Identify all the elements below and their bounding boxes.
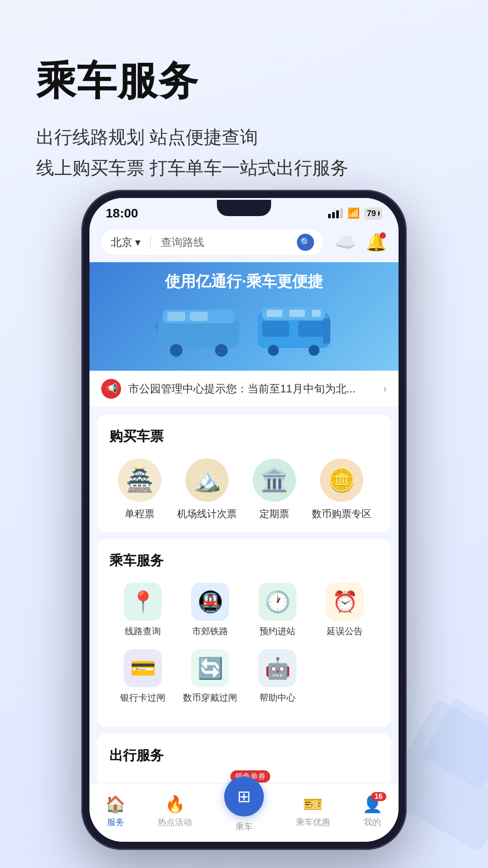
svg-rect-3 <box>190 312 208 321</box>
svg-rect-11 <box>312 310 321 317</box>
buy-tickets-grid: 🏯 单程票 🏔️ 机场线计次票 🏛️ 定期票 🪙 数币购票专区 <box>109 458 379 521</box>
svg-marker-6 <box>154 323 158 332</box>
phone-screen: 18:00 📶 79 北京 ▾ <box>89 198 399 842</box>
ride-service-section: 乘车服务 📍 线路查询 🚇 市郊铁路 🕐 预约进站 <box>97 539 391 726</box>
ticket-single-label: 单程票 <box>125 507 155 521</box>
nav-activity-icon: 🔥 <box>165 795 185 814</box>
signal-icon <box>328 208 343 218</box>
phone-notch <box>217 200 271 216</box>
nav-discount-icon: 🎫 <box>303 795 323 814</box>
svg-rect-9 <box>267 310 282 317</box>
buy-tickets-title: 购买车票 <box>109 427 379 446</box>
header-icons: ☁️ 🔔 <box>333 231 388 254</box>
nav-activity[interactable]: 🔥 热点活动 <box>158 795 192 828</box>
route-icon: 📍 <box>124 583 162 621</box>
dropdown-icon: ▾ <box>135 236 141 249</box>
svg-point-4 <box>170 344 183 357</box>
ticket-digital-label: 数币购票专区 <box>312 507 371 521</box>
notice-text: 市公园管理中心提示您：当前至11月中旬为北... <box>128 382 376 396</box>
search-bar: 北京 ▾ 查询路线 🔍 ☁️ 🔔 <box>89 225 399 262</box>
nav-mine-badge: 16 <box>371 792 386 801</box>
wifi-icon: 📶 <box>347 208 360 219</box>
phone-shell: 18:00 📶 79 北京 ▾ <box>81 190 407 850</box>
divider <box>150 236 151 249</box>
service-suburban[interactable]: 🚇 市郊铁路 <box>181 583 240 637</box>
service-row-1: 📍 线路查询 🚇 市郊铁路 🕐 预约进站 ⏰ 延误公告 <box>109 583 379 637</box>
nav-service-label: 服务 <box>107 816 124 828</box>
buy-tickets-section: 购买车票 🏯 单程票 🏔️ 机场线计次票 🏛️ 定期票 <box>97 415 391 532</box>
ride-service-title: 乘车服务 <box>109 552 379 570</box>
banner[interactable]: 使用亿通行·乘车更便捷 <box>89 262 399 371</box>
delay-icon: ⏰ <box>326 583 364 621</box>
svg-point-14 <box>268 345 279 356</box>
battery-icon: 79 <box>364 208 382 220</box>
service-help[interactable]: 🤖 帮助中心 <box>248 649 307 704</box>
digital-wear-icon: 🔄 <box>191 649 229 687</box>
ticket-digital-icon: 🪙 <box>320 458 363 502</box>
ticket-airport[interactable]: 🏔️ 机场线计次票 <box>177 458 237 521</box>
ticket-single-icon: 🏯 <box>118 458 161 502</box>
bank-card-icon: 💳 <box>124 649 162 687</box>
status-time: 18:00 <box>106 206 138 221</box>
service-digital-wear[interactable]: 🔄 数币穿戴过闸 <box>181 649 240 704</box>
ticket-periodic-icon: 🏛️ <box>253 458 296 502</box>
bullet-train-icon <box>154 298 244 357</box>
banner-text: 使用亿通行·乘车更便捷 <box>89 271 399 292</box>
bottom-nav: 🏠 服务 🔥 热点活动 ⊞ 乘车 🎫 乘车优惠 <box>89 783 399 842</box>
notice-arrow-icon: › <box>383 382 387 395</box>
ticket-periodic[interactable]: 🏛️ 定期票 <box>252 458 297 521</box>
search-icon[interactable]: 🔍 <box>297 234 314 251</box>
nav-mine[interactable]: 👤 我的 16 <box>362 795 383 828</box>
notice-bar[interactable]: 📢 市公园管理中心提示您：当前至11月中旬为北... › <box>89 371 399 407</box>
nav-center[interactable]: ⊞ 乘车 <box>224 790 264 833</box>
city-selector[interactable]: 北京 ▾ <box>111 235 141 250</box>
ticket-periodic-label: 定期票 <box>259 507 289 521</box>
page-subtitle: 出行线路规划 站点便捷查询 线上购买车票 打车单车一站式出行服务 <box>36 122 452 183</box>
notification-dot <box>380 232 386 239</box>
ticket-digital[interactable]: 🪙 数币购票专区 <box>312 458 371 521</box>
nav-activity-label: 热点活动 <box>158 816 192 828</box>
page-title: 乘车服务 <box>36 54 452 108</box>
service-route[interactable]: 📍 线路查询 <box>113 583 173 637</box>
svg-point-15 <box>309 345 319 356</box>
nav-service-icon: 🏠 <box>105 795 126 814</box>
help-icon: 🤖 <box>258 649 296 687</box>
ticket-single[interactable]: 🏯 单程票 <box>117 458 162 521</box>
search-placeholder: 查询路线 <box>161 235 291 250</box>
nav-ride-label: 乘车 <box>235 821 253 833</box>
search-input-area[interactable]: 北京 ▾ 查询路线 🔍 <box>100 229 324 256</box>
qr-code-icon: ⊞ <box>237 787 251 806</box>
nav-discount[interactable]: 🎫 乘车优惠 <box>296 795 330 828</box>
notice-icon: 📢 <box>101 379 121 399</box>
appointment-icon: 🕐 <box>258 583 296 621</box>
page-header: 乘车服务 出行线路规划 站点便捷查询 线上购买车票 打车单车一站式出行服务 <box>0 0 488 210</box>
outing-title: 出行服务 <box>109 746 379 765</box>
service-delay[interactable]: ⏰ 延误公告 <box>315 583 375 637</box>
service-empty <box>315 649 375 704</box>
service-appointment[interactable]: 🕐 预约进站 <box>248 583 307 637</box>
ticket-airport-icon: 🏔️ <box>185 458 229 502</box>
notification-icon-btn[interactable]: 🔔 <box>364 231 388 254</box>
nav-center-btn[interactable]: ⊞ <box>224 777 264 816</box>
ticket-airport-label: 机场线计次票 <box>177 507 237 521</box>
svg-rect-16 <box>323 319 330 344</box>
suburban-icon: 🚇 <box>191 583 229 621</box>
svg-point-5 <box>215 344 228 357</box>
service-row-2: 💳 银行卡过闸 🔄 数币穿戴过闸 🤖 帮助中心 <box>109 649 379 704</box>
svg-rect-10 <box>289 310 305 317</box>
status-icons: 📶 79 <box>328 208 382 220</box>
svg-rect-13 <box>298 321 325 337</box>
service-bank-card[interactable]: 💳 银行卡过闸 <box>113 649 173 704</box>
phone-mockup: 18:00 📶 79 北京 ▾ <box>81 190 407 841</box>
nav-service[interactable]: 🏠 服务 <box>105 795 126 828</box>
subway-train-icon <box>253 298 334 357</box>
svg-rect-2 <box>167 312 185 321</box>
nav-mine-label: 我的 <box>364 816 381 828</box>
nav-discount-label: 乘车优惠 <box>296 816 330 828</box>
cloud-icon-btn[interactable]: ☁️ <box>333 231 357 254</box>
svg-rect-12 <box>262 321 289 337</box>
